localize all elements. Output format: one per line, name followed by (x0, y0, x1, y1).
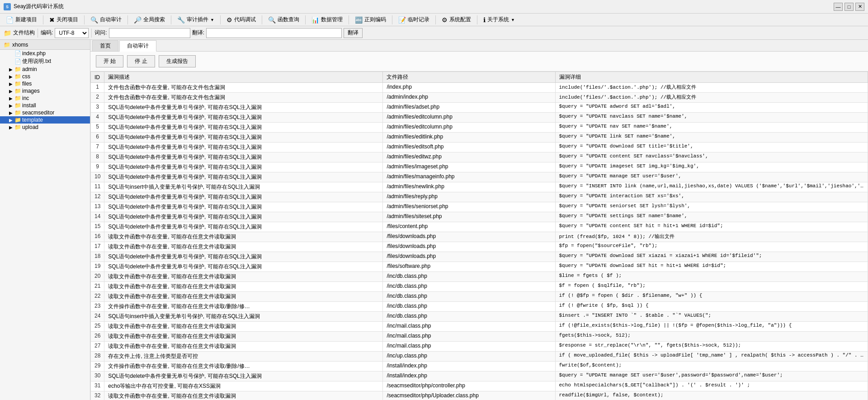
cell-path: /admin/files/seniorset.php (383, 202, 555, 212)
menu-function-search[interactable]: 🔍 函数查询 (264, 14, 303, 25)
table-row[interactable]: 29文件操作函数中存在变量, 可能存在任意文件读取/删除/修…/install/… (91, 362, 868, 371)
cell-id: 24 (91, 312, 104, 322)
table-row[interactable]: 9SQL语句delete中条件变量无单引号保护, 可能存在SQL注入漏洞/adm… (91, 162, 868, 172)
table-row[interactable]: 28存在文件上传, 注意上传类型是否可控/inc/up.class.phpif … (91, 352, 868, 362)
cell-detail: fgets($this->sock, 512); (555, 332, 868, 342)
table-row[interactable]: 8SQL语句delete中条件变量无单引号保护, 可能存在SQL注入漏洞/adm… (91, 152, 868, 162)
query-input[interactable] (109, 28, 190, 38)
table-row[interactable]: 25读取文件函数中存在变量, 可能存在任意文件读取漏洞/inc/mail.cla… (91, 322, 868, 332)
start-button[interactable]: 开 始 (96, 55, 123, 67)
table-row[interactable]: 18SQL语句delete中条件变量无单引号保护, 可能存在SQL注入漏洞/fi… (91, 252, 868, 262)
sidebar-item-install[interactable]: ▶📁install (0, 102, 90, 109)
menu-new-project[interactable]: 📄 新建项目 (2, 14, 41, 25)
cell-detail: $query = "INSERT INTO link (name,url,mai… (555, 182, 868, 192)
menu-data-manage[interactable]: 📊 数据管理 (307, 14, 347, 25)
table-row[interactable]: 10SQL语句delete中条件变量无单引号保护, 可能存在SQL注入漏洞/ad… (91, 172, 868, 182)
sidebar-item-seacmseditor[interactable]: ▶📁seacmseditor (0, 109, 90, 116)
sidebar-item-files[interactable]: ▶📁files (0, 80, 90, 87)
close-project-icon: ✖ (49, 16, 55, 24)
table-row[interactable]: 13SQL语句delete中条件变量无单引号保护, 可能存在SQL注入漏洞/ad… (91, 202, 868, 212)
cell-desc: 文件包含函数中存在变量, 可能存在文件包含漏洞 (104, 93, 383, 103)
cell-path: /admin/files/editsoft.php (383, 143, 555, 152)
table-row[interactable]: 14SQL语句delete中条件变量无单引号保护, 可能存在SQL注入漏洞/ad… (91, 212, 868, 222)
sidebar-item-index-php[interactable]: 📄index.php (0, 50, 90, 57)
title-bar: S Seay源代码审计系统 — □ ✕ (0, 0, 868, 14)
translate-input[interactable] (206, 28, 342, 38)
menu-separator-3 (127, 15, 128, 24)
table-row[interactable]: 6SQL语句delete中条件变量无单引号保护, 可能存在SQL注入漏洞/adm… (91, 133, 868, 143)
cell-desc: SQL语句delete中条件变量无单引号保护, 可能存在SQL注入漏洞 (104, 172, 383, 182)
cell-path: /admin/files/imageset.php (383, 162, 555, 172)
menu-regex-encode[interactable]: 🔤 正则编码 (351, 14, 390, 25)
menu-close-project[interactable]: ✖ 关闭项目 (45, 14, 82, 25)
tree-item-label: seacmseditor (22, 110, 54, 116)
table-row[interactable]: 22读取文件函数中存在变量, 可能存在任意文件读取漏洞/inc/db.class… (91, 292, 868, 302)
table-row[interactable]: 11SQL语句insert中插入变量无单引号保护, 可能存在SQL注入漏洞/ad… (91, 182, 868, 192)
toolbar-separator-2 (91, 29, 92, 38)
cell-detail: echo htmlspecialchars($_GET["callback"])… (555, 381, 868, 391)
cell-detail: $query = "UPDATE interaction SET xs='$xs… (555, 192, 868, 202)
table-row[interactable]: 27读取文件函数中存在变量, 可能存在任意文件读取漏洞/inc/mail.cla… (91, 342, 868, 352)
table-row[interactable]: 21读取文件函数中存在变量, 可能存在任意文件读取漏洞/inc/db.class… (91, 282, 868, 292)
code-debug-icon: ⚙ (226, 16, 232, 24)
sidebar-item-usage-doc[interactable]: 📄使用说明.txt (0, 57, 90, 66)
sidebar-item-inc[interactable]: ▶📁inc (0, 95, 90, 102)
table-row[interactable]: 16读取文件函数中存在变量, 可能存在任意文件读取漏洞/files/downlo… (91, 232, 868, 242)
menu-temp-record[interactable]: 📝 临时记录 (394, 14, 434, 25)
menu-global-search[interactable]: 🔎 全局搜索 (130, 14, 169, 25)
temp-record-icon: 📝 (398, 16, 406, 24)
translate-button[interactable]: 翻译 (344, 28, 363, 38)
menu-about[interactable]: ℹ 关于系统 ▼ (479, 14, 519, 25)
cell-path: /inc/mail.class.php (383, 332, 555, 342)
col-detail-header: 漏洞详细 (555, 72, 868, 83)
sidebar-item-css[interactable]: ▶📁css (0, 73, 90, 80)
menu-audit-plugin[interactable]: 🔧 审计插件 ▼ (173, 14, 218, 25)
encoding-select[interactable]: UTF-8 GBK GB2312 (55, 28, 89, 38)
table-row[interactable]: 19SQL语句delete中条件变量无单引号保护, 可能存在SQL注入漏洞/fi… (91, 262, 868, 272)
cell-desc: SQL语句delete中条件变量无单引号保护, 可能存在SQL注入漏洞 (104, 103, 383, 113)
col-path-header: 文件路径 (383, 72, 555, 83)
table-row[interactable]: 24SQL语句insert中插入变量无单引号保护, 可能存在SQL注入漏洞/in… (91, 312, 868, 322)
cell-desc: 读取文件函数中存在变量, 可能存在任意文件读取漏洞 (104, 282, 383, 292)
menu-separator-10 (435, 15, 436, 24)
cell-path: /files/software.php (383, 262, 555, 272)
menu-global-search-label: 全局搜索 (143, 16, 165, 24)
results-table-area[interactable]: ID 漏洞描述 文件路径 漏洞详细 1文件包含函数中存在变量, 可能存在文件包含… (90, 71, 868, 400)
table-row[interactable]: 15SQL语句delete中条件变量无单引号保护, 可能存在SQL注入漏洞/fi… (91, 222, 868, 232)
table-row[interactable]: 4SQL语句delete中条件变量无单引号保护, 可能存在SQL注入漏洞/adm… (91, 113, 868, 123)
minimize-button[interactable]: — (834, 3, 843, 11)
table-row[interactable]: 7SQL语句delete中条件变量无单引号保护, 可能存在SQL注入漏洞/adm… (91, 143, 868, 152)
sidebar-item-upload[interactable]: ▶📁upload (0, 124, 90, 131)
sidebar-item-images[interactable]: ▶📁images (0, 87, 90, 95)
table-row[interactable]: 30SQL语句delete中条件变量无单引号保护, 可能存在SQL注入漏洞/in… (91, 371, 868, 381)
cell-detail: $query = "UPDATE imageset SET img_kg='$i… (555, 162, 868, 172)
sidebar-item-template[interactable]: ▶📁template (0, 116, 90, 124)
maximize-button[interactable]: □ (844, 3, 854, 11)
table-row[interactable]: 1文件包含函数中存在变量, 可能存在文件包含漏洞/index.phpinclud… (91, 83, 868, 93)
stop-button[interactable]: 停 止 (127, 55, 155, 67)
table-row[interactable]: 20读取文件函数中存在变量, 可能存在任意文件读取漏洞/inc/db.class… (91, 272, 868, 282)
table-row[interactable]: 31echo等输出中存在可控变量, 可能存在XSS漏洞/seacmseditor… (91, 381, 868, 391)
table-row[interactable]: 32读取文件函数中存在变量, 可能存在任意文件读取漏洞/seacmseditor… (91, 391, 868, 400)
cell-detail: if (!@file_exists($this->log_file) || !(… (555, 322, 868, 332)
table-row[interactable]: 17读取文件函数中存在变量, 可能存在任意文件读取漏洞/files/downlo… (91, 242, 868, 252)
sidebar-item-admin[interactable]: ▶📁admin (0, 66, 90, 73)
menu-code-debug[interactable]: ⚙ 代码调试 (222, 14, 260, 25)
table-row[interactable]: 5SQL语句delete中条件变量无单引号保护, 可能存在SQL注入漏洞/adm… (91, 123, 868, 133)
tab-home[interactable]: 首页 (92, 40, 118, 51)
close-button[interactable]: ✕ (855, 3, 864, 11)
table-row[interactable]: 2文件包含函数中存在变量, 可能存在文件包含漏洞/admin/index.php… (91, 93, 868, 103)
table-row[interactable]: 12SQL语句delete中条件变量无单引号保护, 可能存在SQL注入漏洞/ad… (91, 192, 868, 202)
report-button[interactable]: 生成报告 (159, 55, 196, 67)
table-row[interactable]: 26读取文件函数中存在变量, 可能存在任意文件读取漏洞/inc/mail.cla… (91, 332, 868, 342)
cell-id: 13 (91, 202, 104, 212)
cell-desc: 存在文件上传, 注意上传类型是否可控 (104, 352, 383, 362)
tab-auto-audit[interactable]: 自动审计 (119, 40, 156, 52)
table-row[interactable]: 23文件操作函数中存在变量, 可能存在任意文件读取/删除/修…/inc/db.c… (91, 302, 868, 312)
menu-auto-audit[interactable]: 🔍 自动审计 (86, 14, 126, 25)
cell-path: /admin/files/manageinfo.php (383, 172, 555, 182)
menu-sys-config[interactable]: ⚙ 系统配置 (438, 14, 475, 25)
table-row[interactable]: 3SQL语句delete中条件变量无单引号保护, 可能存在SQL注入漏洞/adm… (91, 103, 868, 113)
cell-path: /install/index.php (383, 362, 555, 371)
cell-desc: SQL语句delete中条件变量无单引号保护, 可能存在SQL注入漏洞 (104, 162, 383, 172)
